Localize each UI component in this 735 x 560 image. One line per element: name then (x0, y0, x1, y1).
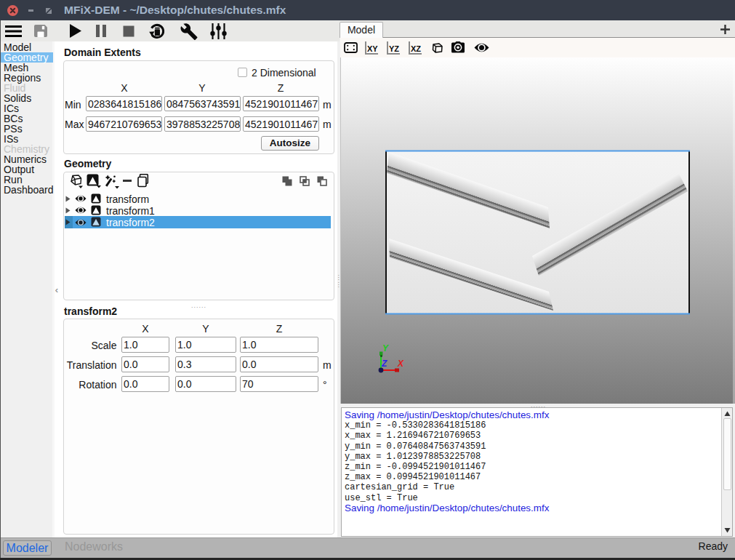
svg-text:XY: XY (367, 44, 378, 53)
svg-text:X: X (397, 359, 404, 369)
svg-text:Y: Y (382, 343, 389, 353)
svg-text:YZ: YZ (389, 44, 399, 53)
svg-text:XZ: XZ (411, 44, 421, 53)
svg-text:Z: Z (381, 359, 387, 369)
